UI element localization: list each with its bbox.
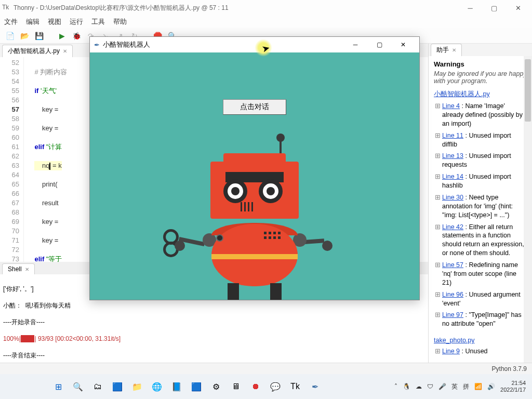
app-icon-1[interactable]: 🌐 (148, 377, 166, 396)
tray-shield-icon[interactable]: 🛡 (427, 383, 433, 390)
system-tray[interactable]: ˄ 🐧 ☁ 🛡 🎤 英 拼 📶 🔊 21:54 2022/1/17 (394, 380, 530, 393)
app-icon-7[interactable]: 💬 (266, 377, 285, 396)
warning-line-link[interactable]: Line 4 (442, 102, 460, 110)
assist-file-link-2[interactable]: take_photo.py (434, 337, 475, 344)
expand-icon[interactable]: ⊞ (434, 290, 441, 308)
tk-maximize-button[interactable]: ▢ (367, 37, 391, 52)
warning-item: ⊞Line 11 : Unused import difflib (434, 131, 527, 149)
tray-mic-icon[interactable]: 🎤 (438, 383, 446, 390)
warning-item: ⊞Line 97 : "Type[Image]" has no attribut… (434, 311, 527, 328)
warning-line-link[interactable]: Line 13 (442, 152, 463, 159)
thonny-taskbar-icon[interactable]: Tk (286, 377, 304, 396)
taskview-icon[interactable]: 🗂 (88, 377, 107, 396)
tk-taskbar-icon[interactable]: ✒ (305, 377, 324, 396)
tab-close-icon[interactable]: ✕ (63, 48, 67, 54)
warning-line-link[interactable]: Line 42 (442, 223, 463, 231)
python-version: Python 3.7.9 (492, 365, 527, 373)
warning-line-link[interactable]: Line 9 (442, 348, 460, 355)
debug-icon[interactable]: 🐞 (71, 30, 82, 42)
warning-text: : Unused (460, 348, 488, 355)
app-icon-5[interactable]: 🖥 (227, 377, 245, 396)
taskbar-clock[interactable]: 21:54 2022/1/17 (500, 380, 526, 393)
assist-scrollbar[interactable] (524, 56, 532, 363)
tk-close-button[interactable]: ✕ (391, 37, 415, 52)
app-icon-3[interactable]: 🟦 (187, 377, 206, 396)
warning-line-link[interactable]: Line 57 (442, 261, 463, 269)
app-icon-4[interactable]: ⚙ (207, 377, 225, 396)
assist-file-link[interactable]: 小酷智能机器人.py (434, 90, 490, 98)
menu-help[interactable]: 帮助 (113, 17, 127, 26)
expand-icon[interactable]: ⊞ (434, 131, 441, 149)
ime-mode[interactable]: 拼 (463, 382, 469, 391)
warning-line-link[interactable]: Line 14 (442, 173, 463, 180)
tray-chevron-icon[interactable]: ˄ (394, 383, 397, 390)
tab-label: 小酷智能机器人.py (8, 47, 60, 56)
wifi-icon[interactable]: 📶 (474, 383, 482, 390)
tk-icon: ✒ (94, 41, 100, 49)
new-file-icon[interactable]: 📄 (4, 30, 16, 42)
menu-run[interactable]: 运行 (70, 17, 83, 26)
warning-item: ⊞Line 42 : Either all return statements … (434, 223, 527, 258)
expand-icon[interactable]: ⊞ (434, 261, 441, 287)
open-file-icon[interactable]: 📂 (19, 30, 30, 42)
maximize-button[interactable]: ▢ (482, 1, 506, 15)
status-bar: Python 3.7.9 (0, 363, 532, 374)
window-titlebar: Tk Thonny - D:\UserData\Desktop\比赛程序\源文件… (0, 0, 532, 16)
save-file-icon[interactable]: 💾 (33, 30, 45, 42)
expand-icon[interactable]: ⊞ (434, 152, 441, 169)
warning-item: ⊞Line 9 : Unused (434, 347, 527, 356)
app-icon: Tk (2, 4, 10, 12)
tk-window-titlebar[interactable]: ✒ 小酷智能机器人 ─ ▢ ✕ (90, 37, 419, 52)
expand-icon[interactable]: ⊞ (434, 102, 441, 128)
warning-item: ⊞Line 30 : Need type annotation for 'img… (434, 193, 527, 220)
warnings-subtitle: May be ignored if you are happy with you… (434, 70, 527, 85)
code-content[interactable]: # 判断内容 if '天气' key = key = elif "计算 nq =… (24, 57, 70, 262)
warning-item: ⊞Line 13 : Unused import requests (434, 152, 527, 169)
volume-icon[interactable]: 🔊 (487, 383, 495, 390)
assistant-panel: Warnings May be ignored if you are happy… (429, 56, 532, 363)
warning-item: ⊞Line 57 : Redefining name 'nq' from out… (434, 261, 527, 287)
start-button[interactable]: ⊞ (49, 377, 68, 396)
warning-item: ⊞Line 4 : Name 'Image' already defined (… (434, 102, 527, 128)
shell-close-icon[interactable]: ✕ (25, 267, 29, 272)
menu-view[interactable]: 视图 (48, 17, 61, 26)
tk-canvas: 点击对话 (90, 52, 419, 300)
editor-tab[interactable]: 小酷智能机器人.py ✕ (2, 45, 73, 57)
window-title: Thonny - D:\UserData\Desktop\比赛程序\源文件\小酷… (14, 4, 229, 12)
expand-icon[interactable]: ⊞ (434, 193, 441, 220)
tray-cloud-icon[interactable]: ☁ (416, 383, 422, 390)
ime-lang[interactable]: 英 (451, 382, 458, 391)
assist-close-icon[interactable]: ✕ (452, 47, 456, 53)
app-icon-6[interactable]: ⏺ (246, 377, 265, 396)
close-button[interactable]: ✕ (506, 1, 530, 15)
warning-line-link[interactable]: Line 11 (442, 132, 463, 139)
explorer-icon[interactable]: 📁 (128, 377, 147, 396)
tk-minimize-button[interactable]: ─ (343, 37, 367, 52)
assistant-tab[interactable]: 助手✕ (431, 44, 462, 56)
shell-tab[interactable]: Shell✕ (2, 263, 35, 274)
menu-tools[interactable]: 工具 (91, 17, 105, 26)
warning-line-link[interactable]: Line 96 (442, 291, 463, 298)
taskbar: ⊞ 🔍 🗂 🟦 📁 🌐 📘 🟦 ⚙ 🖥 ⏺ 💬 Tk ✒ ˄ 🐧 ☁ 🛡 🎤 英… (0, 374, 532, 399)
run-icon[interactable]: ▶ (56, 30, 68, 42)
warnings-heading: Warnings (434, 60, 527, 68)
warning-item: ⊞Line 14 : Unused import hashlib (434, 172, 527, 190)
dialog-button[interactable]: 点击对话 (223, 99, 286, 115)
expand-icon[interactable]: ⊞ (434, 347, 441, 356)
widgets-icon[interactable]: 🟦 (108, 377, 127, 396)
menu-bar: 文件 编辑 视图 运行 工具 帮助 (0, 16, 532, 28)
expand-icon[interactable]: ⊞ (434, 311, 441, 328)
menu-file[interactable]: 文件 (4, 17, 18, 26)
minimize-button[interactable]: ─ (458, 1, 482, 15)
search-icon[interactable]: 🔍 (69, 377, 87, 396)
warning-line-link[interactable]: Line 30 (442, 194, 463, 201)
app-icon-2[interactable]: 📘 (167, 377, 186, 396)
tray-app-icon[interactable]: 🐧 (403, 383, 410, 390)
tk-window: ✒ 小酷智能机器人 ─ ▢ ✕ 点击对话 (89, 36, 420, 300)
menu-edit[interactable]: 编辑 (26, 17, 39, 26)
expand-icon[interactable]: ⊞ (434, 223, 441, 258)
warning-item: ⊞Line 96 : Unused argument 'event' (434, 290, 527, 308)
expand-icon[interactable]: ⊞ (434, 172, 441, 190)
line-gutter: 5253545556575859606162636465666768697071… (0, 57, 24, 262)
warning-line-link[interactable]: Line 97 (442, 311, 463, 318)
